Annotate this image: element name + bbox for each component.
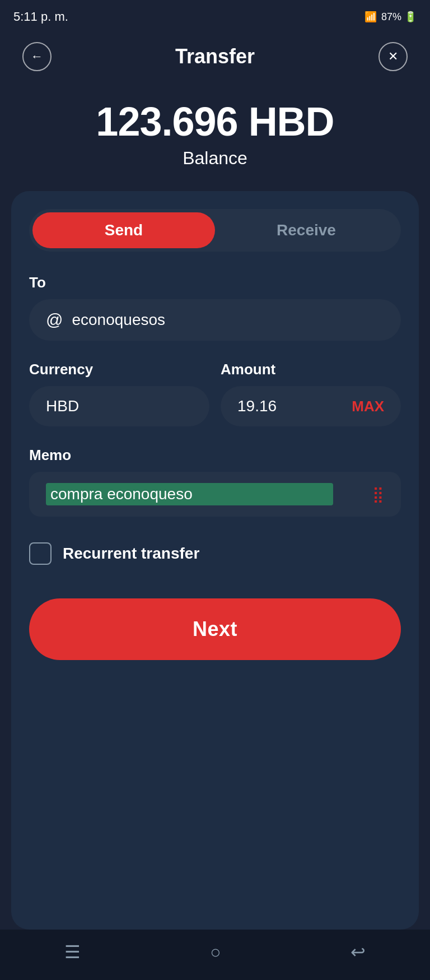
- status-right: 📶 87% 🔋: [364, 11, 417, 23]
- currency-amount-row: Currency HBD Amount MAX: [29, 361, 401, 426]
- memo-input[interactable]: [46, 483, 333, 505]
- home-icon[interactable]: ○: [210, 942, 221, 963]
- currency-value: HBD: [46, 397, 79, 415]
- receive-tab[interactable]: Receive: [215, 212, 398, 248]
- page-title: Transfer: [175, 45, 255, 68]
- header: ← Transfer ✕: [0, 31, 430, 82]
- next-button[interactable]: Next: [29, 598, 401, 660]
- amount-field-container: Amount MAX: [221, 361, 401, 426]
- to-input-wrapper: @: [29, 299, 401, 341]
- currency-field-container: Currency HBD: [29, 361, 209, 426]
- qr-icon[interactable]: ⣿: [372, 485, 384, 504]
- battery-level: 87% 🔋: [381, 11, 417, 23]
- recurrent-label: Recurrent transfer: [63, 545, 199, 563]
- currency-label: Currency: [29, 361, 209, 378]
- recurrent-checkbox[interactable]: [29, 542, 52, 565]
- menu-icon[interactable]: ☰: [64, 941, 81, 963]
- bottom-nav: ☰ ○ ↩: [0, 930, 430, 980]
- balance-section: 123.696 HBD Balance: [0, 82, 430, 191]
- main-card: Send Receive To @ Currency HBD Amount MA…: [11, 191, 419, 930]
- back-button[interactable]: ←: [22, 42, 52, 71]
- back-nav-icon[interactable]: ↩: [350, 941, 366, 963]
- send-tab[interactable]: Send: [32, 212, 215, 248]
- to-input[interactable]: [72, 311, 384, 329]
- balance-amount: 123.696 HBD: [22, 99, 408, 145]
- amount-input[interactable]: [237, 397, 340, 415]
- close-button[interactable]: ✕: [378, 42, 408, 71]
- next-button-container: Next: [29, 587, 401, 671]
- memo-field-container: Memo ⣿: [29, 447, 401, 517]
- to-label: To: [29, 274, 401, 291]
- status-bar: 5:11 p. m. 📶 87% 🔋: [0, 0, 430, 31]
- status-time: 5:11 p. m.: [13, 10, 68, 24]
- to-field-container: To @: [29, 274, 401, 341]
- currency-field: HBD: [29, 386, 209, 426]
- close-icon: ✕: [388, 49, 398, 64]
- recurrent-transfer-row: Recurrent transfer: [29, 537, 401, 587]
- signal-icons: 📶: [364, 11, 377, 23]
- tab-switcher: Send Receive: [29, 209, 401, 252]
- at-icon: @: [46, 310, 63, 329]
- balance-label: Balance: [22, 148, 408, 169]
- amount-label: Amount: [221, 361, 401, 378]
- max-button[interactable]: MAX: [352, 398, 384, 415]
- amount-input-wrapper: MAX: [221, 386, 401, 426]
- memo-label: Memo: [29, 447, 401, 464]
- back-icon: ←: [31, 49, 43, 64]
- memo-input-wrapper: ⣿: [29, 472, 401, 517]
